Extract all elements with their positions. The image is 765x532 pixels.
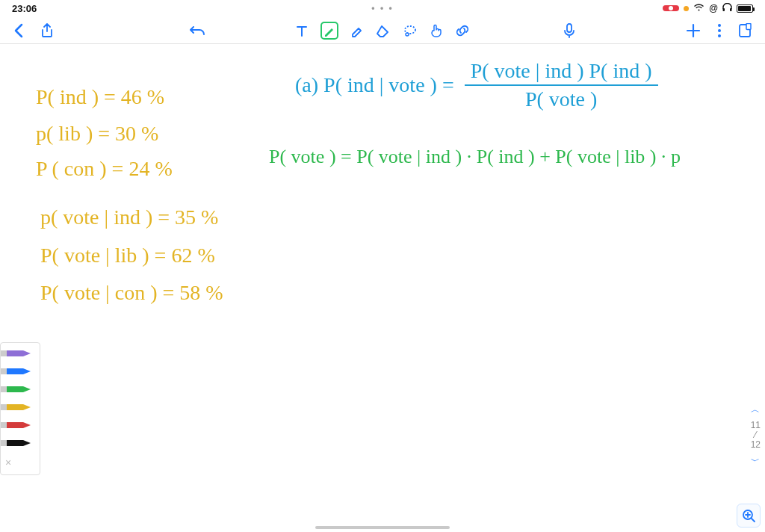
svg-rect-21 [1, 440, 7, 446]
fraction-bar [465, 84, 658, 86]
text-tool[interactable] [295, 24, 309, 37]
bayes-fraction: P( vote | ind ) P( ind ) P( vote ) [465, 60, 658, 111]
record-dot-icon [669, 6, 673, 10]
pen-black[interactable] [1, 437, 34, 451]
svg-rect-17 [1, 404, 7, 410]
tool-selector [295, 22, 470, 40]
p-vote-expansion: P( vote ) = P( vote | ind ) · P( ind ) +… [269, 146, 681, 168]
eraser-tool[interactable] [376, 24, 391, 37]
headphones-icon [722, 3, 732, 14]
wifi-icon [693, 3, 704, 14]
svg-rect-15 [1, 386, 7, 392]
status-time: 23:06 [12, 3, 37, 14]
svg-rect-9 [746, 24, 751, 30]
bayes-lhs: (a) P( ind | vote ) = [295, 73, 454, 97]
svg-rect-11 [1, 350, 7, 356]
bayes-formula: (a) P( ind | vote ) = P( vote | ind ) P(… [295, 60, 658, 111]
page-view-button[interactable] [738, 23, 752, 38]
more-button[interactable] [717, 23, 722, 38]
note-canvas[interactable]: P( ind ) = 46 % p( lib ) = 30 % P ( con … [0, 45, 765, 532]
hand-point-tool[interactable] [430, 23, 443, 38]
pen-red[interactable] [1, 419, 34, 433]
note-p-vote-con: P( vote | con ) = 58 % [40, 281, 223, 305]
pen-green[interactable] [1, 383, 34, 397]
pen-yellow[interactable] [1, 401, 34, 415]
page-total: 12 [751, 440, 761, 450]
status-ellipsis: • • • [371, 3, 393, 13]
zoom-in-button[interactable] [737, 504, 761, 528]
page-navigator: ︿ 11 ⁄ 12 ﹀ [751, 403, 761, 468]
svg-rect-1 [730, 8, 732, 11]
lasso-tool[interactable] [403, 24, 418, 37]
note-p-vote-ind: p( vote | ind ) = 35 % [40, 205, 218, 229]
share-button[interactable] [40, 23, 54, 38]
bayes-numerator: P( vote | ind ) P( ind ) [465, 60, 658, 82]
home-indicator [315, 526, 450, 529]
status-bar: 23:06 • • • @ [0, 0, 765, 16]
pen-tool[interactable] [320, 22, 338, 40]
pen-palette[interactable]: × [0, 342, 40, 475]
add-button[interactable] [686, 23, 701, 38]
note-p-lib: p( lib ) = 30 % [36, 122, 158, 146]
page-down-button[interactable]: ﹀ [751, 455, 760, 468]
undo-button[interactable] [190, 24, 206, 37]
svg-rect-0 [723, 8, 725, 11]
toolbar-divider [0, 43, 765, 44]
bayes-denominator: P( vote ) [519, 88, 603, 111]
pen-purple[interactable] [1, 347, 34, 361]
svg-point-7 [718, 34, 721, 37]
note-p-vote-lib: P( vote | lib ) = 62 % [40, 244, 215, 267]
svg-point-5 [718, 24, 721, 27]
svg-rect-13 [1, 368, 7, 374]
page-count: 11 ⁄ 12 [751, 421, 761, 451]
note-p-con: P ( con ) = 24 % [36, 157, 173, 181]
mic-button[interactable] [564, 23, 574, 38]
svg-point-6 [718, 29, 721, 32]
battery-icon [737, 4, 753, 13]
screen-record-indicator[interactable] [663, 5, 679, 11]
status-time-wrap: 23:06 [12, 3, 37, 14]
back-button[interactable] [13, 23, 24, 38]
svg-point-3 [406, 33, 409, 36]
link-tool[interactable] [455, 24, 470, 37]
status-right: @ [663, 3, 753, 14]
page-up-button[interactable]: ︿ [751, 403, 760, 416]
note-p-ind: P( ind ) = 46 % [36, 85, 164, 109]
app-toolbar [0, 18, 765, 43]
mic-in-use-dot-icon [684, 6, 689, 11]
palette-close-button[interactable]: × [1, 455, 16, 470]
at-icon: @ [709, 3, 718, 13]
highlighter-tool[interactable] [350, 24, 364, 37]
svg-rect-19 [1, 422, 7, 428]
svg-rect-4 [567, 24, 572, 32]
pen-blue[interactable] [1, 365, 34, 379]
